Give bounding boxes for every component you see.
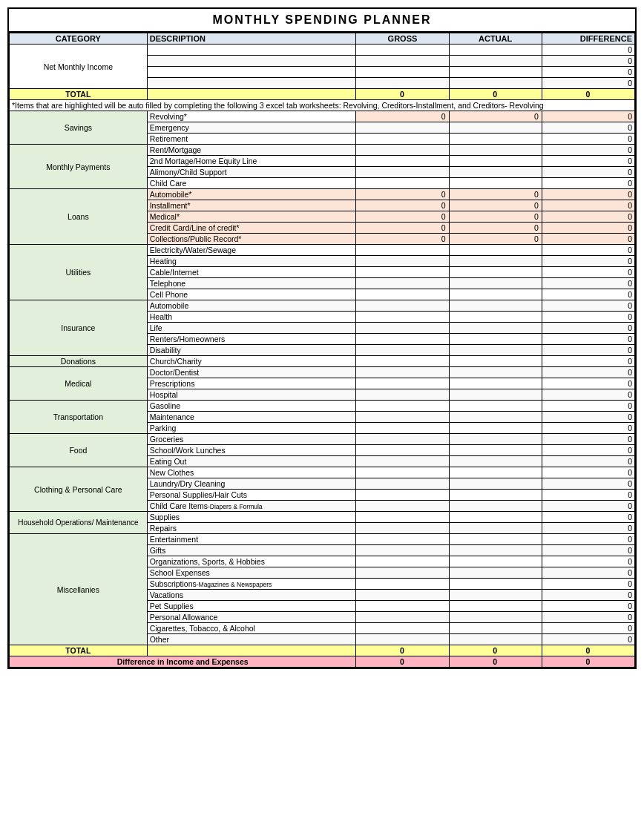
misc-desc-6[interactable]: Vacations <box>147 590 356 601</box>
food-desc-2[interactable]: School/Work Lunches <box>147 445 356 456</box>
clothing-desc-4[interactable]: Child Care Items-Diapers & Formula <box>147 501 356 512</box>
trans-gross-3[interactable] <box>356 423 449 434</box>
ins-actual-2[interactable] <box>449 312 542 323</box>
monthly-actual-3[interactable] <box>449 167 542 178</box>
savings-desc-2[interactable]: Emergency <box>147 122 356 134</box>
monthly-desc-2[interactable]: 2nd Mortage/Home Equity Line <box>147 156 356 167</box>
misc-gross-2[interactable] <box>356 545 449 556</box>
household-gross-1[interactable] <box>356 512 449 523</box>
ins-gross-5[interactable] <box>356 345 449 356</box>
misc-actual-2[interactable] <box>449 545 542 556</box>
util-desc-2[interactable]: Heating <box>147 256 356 267</box>
trans-actual-3[interactable] <box>449 423 542 434</box>
trans-actual-1[interactable] <box>449 401 542 412</box>
med-desc-1[interactable]: Doctor/Dentist <box>147 367 356 378</box>
loans-gross-4[interactable]: 0 <box>356 223 449 234</box>
util-gross-4[interactable] <box>356 278 449 289</box>
monthly-gross-4[interactable] <box>356 178 449 189</box>
trans-desc-2[interactable]: Maintenance <box>147 412 356 423</box>
monthly-actual-1[interactable] <box>449 145 542 156</box>
donations-gross-1[interactable] <box>356 356 449 367</box>
loans-gross-3[interactable]: 0 <box>356 211 449 223</box>
donations-actual-1[interactable] <box>449 356 542 367</box>
util-actual-4[interactable] <box>449 278 542 289</box>
clothing-desc-3[interactable]: Personal Supplies/Hair Cuts <box>147 490 356 501</box>
misc-gross-3[interactable] <box>356 556 449 567</box>
misc-gross-9[interactable] <box>356 623 449 634</box>
misc-desc-4[interactable]: School Expenses <box>147 567 356 579</box>
misc-desc-1[interactable]: Entertainment <box>147 534 356 545</box>
monthly-desc-1[interactable]: Rent/Mortgage <box>147 145 356 156</box>
food-gross-3[interactable] <box>356 456 449 467</box>
monthly-desc-3[interactable]: Alimony/Child Support <box>147 167 356 178</box>
loans-desc-2[interactable]: Installment* <box>147 200 356 211</box>
misc-actual-9[interactable] <box>449 623 542 634</box>
loans-desc-5[interactable]: Collections/Public Record* <box>147 234 356 245</box>
med-gross-1[interactable] <box>356 367 449 378</box>
util-gross-1[interactable] <box>356 245 449 256</box>
savings-actual-3[interactable] <box>449 134 542 145</box>
income-actual-3[interactable] <box>449 67 542 78</box>
ins-actual-4[interactable] <box>449 334 542 345</box>
food-actual-3[interactable] <box>449 456 542 467</box>
misc-gross-4[interactable] <box>356 567 449 579</box>
loans-desc-3[interactable]: Medical* <box>147 211 356 223</box>
misc-actual-4[interactable] <box>449 567 542 579</box>
med-actual-1[interactable] <box>449 367 542 378</box>
trans-gross-2[interactable] <box>356 412 449 423</box>
misc-gross-10[interactable] <box>356 634 449 645</box>
clothing-actual-2[interactable] <box>449 478 542 490</box>
monthly-actual-2[interactable] <box>449 156 542 167</box>
util-actual-2[interactable] <box>449 256 542 267</box>
misc-desc-7[interactable]: Pet Supplies <box>147 601 356 612</box>
med-gross-2[interactable] <box>356 378 449 389</box>
household-actual-2[interactable] <box>449 523 542 534</box>
util-desc-3[interactable]: Cable/Internet <box>147 267 356 278</box>
med-gross-3[interactable] <box>356 389 449 401</box>
income-desc-2[interactable] <box>147 56 356 67</box>
monthly-gross-3[interactable] <box>356 167 449 178</box>
income-actual-2[interactable] <box>449 56 542 67</box>
ins-desc-3[interactable]: Life <box>147 323 356 334</box>
ins-actual-5[interactable] <box>449 345 542 356</box>
misc-actual-7[interactable] <box>449 601 542 612</box>
income-actual-4[interactable] <box>449 78 542 89</box>
loans-gross-1[interactable]: 0 <box>356 189 449 200</box>
misc-desc-10[interactable]: Other <box>147 634 356 645</box>
ins-desc-4[interactable]: Renters/Homeowners <box>147 334 356 345</box>
misc-gross-7[interactable] <box>356 601 449 612</box>
loans-actual-4[interactable]: 0 <box>449 223 542 234</box>
trans-desc-1[interactable]: Gasoline <box>147 401 356 412</box>
misc-desc-3[interactable]: Organizations, Sports, & Hobbies <box>147 556 356 567</box>
misc-gross-6[interactable] <box>356 590 449 601</box>
monthly-gross-2[interactable] <box>356 156 449 167</box>
clothing-actual-1[interactable] <box>449 467 542 478</box>
income-desc-4[interactable] <box>147 78 356 89</box>
misc-gross-8[interactable] <box>356 612 449 623</box>
misc-gross-5[interactable] <box>356 579 449 590</box>
income-gross-1[interactable] <box>356 45 449 56</box>
savings-actual-2[interactable] <box>449 122 542 134</box>
loans-desc-4[interactable]: Credit Card/Line of credit* <box>147 223 356 234</box>
med-actual-2[interactable] <box>449 378 542 389</box>
clothing-desc-1[interactable]: New Clothes <box>147 467 356 478</box>
ins-gross-1[interactable] <box>356 300 449 312</box>
household-gross-2[interactable] <box>356 523 449 534</box>
misc-desc-9[interactable]: Cigarettes, Tobacco, & Alcohol <box>147 623 356 634</box>
med-desc-2[interactable]: Prescriptions <box>147 378 356 389</box>
food-gross-2[interactable] <box>356 445 449 456</box>
util-gross-3[interactable] <box>356 267 449 278</box>
misc-actual-1[interactable] <box>449 534 542 545</box>
income-desc-1[interactable] <box>147 45 356 56</box>
util-actual-5[interactable] <box>449 289 542 300</box>
savings-gross-1[interactable]: 0 <box>356 111 449 122</box>
util-gross-5[interactable] <box>356 289 449 300</box>
food-actual-1[interactable] <box>449 434 542 445</box>
trans-gross-1[interactable] <box>356 401 449 412</box>
savings-gross-3[interactable] <box>356 134 449 145</box>
loans-desc-1[interactable]: Automobile* <box>147 189 356 200</box>
loans-gross-5[interactable]: 0 <box>356 234 449 245</box>
trans-desc-3[interactable]: Parking <box>147 423 356 434</box>
savings-actual-1[interactable]: 0 <box>449 111 542 122</box>
income-gross-4[interactable] <box>356 78 449 89</box>
